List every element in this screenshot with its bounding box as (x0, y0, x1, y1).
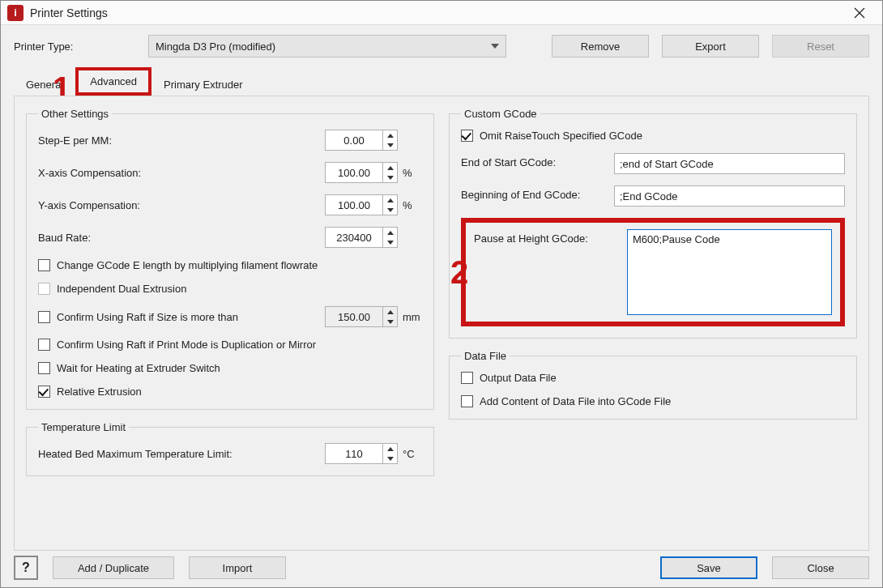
checkbox-change-gcode-e[interactable] (38, 259, 50, 271)
close-button[interactable]: Close (772, 556, 869, 579)
close-icon (854, 7, 865, 19)
tab-primary-extruder[interactable]: Primary Extruder (151, 73, 255, 96)
annotation-marker-2: 2 (450, 254, 468, 291)
checkbox-raft-dup[interactable] (38, 339, 50, 351)
pause-gcode-textarea[interactable]: M600;Pause Code (627, 229, 832, 315)
chevron-down-icon (491, 44, 499, 49)
relative-extrusion-label: Relative Extrusion (57, 386, 142, 398)
add-duplicate-button[interactable]: Add / Duplicate (53, 556, 174, 579)
bed-temp-unit: °C (398, 448, 422, 460)
xcomp-label: X-axis Compensation: (38, 167, 325, 179)
window-close-button[interactable] (843, 2, 876, 24)
baud-up[interactable] (383, 228, 397, 237)
other-settings-legend: Other Settings (38, 108, 112, 120)
window-title: Printer Settings (30, 6, 843, 19)
checkbox-dual-extrusion (38, 283, 50, 295)
pause-gcode-label: Pause at Height GCode: (474, 229, 616, 315)
printer-type-value: Mingda D3 Pro (modified) (156, 40, 275, 53)
bed-temp-input[interactable] (326, 444, 382, 463)
ycomp-input[interactable] (326, 195, 382, 215)
checkbox-add-content-data-file[interactable] (461, 395, 473, 407)
step-e-label: Step-E per MM: (38, 134, 325, 147)
app-icon: i (7, 5, 23, 21)
ycomp-down[interactable] (383, 205, 397, 215)
wait-heating-label: Wait for Heating at Extruder Switch (57, 362, 220, 374)
bed-temp-up[interactable] (383, 444, 397, 454)
baud-label: Baud Rate: (38, 232, 325, 244)
save-button[interactable]: Save (660, 556, 757, 579)
custom-gcode-legend: Custom GCode (461, 108, 540, 120)
bed-temp-field[interactable] (325, 443, 398, 464)
raft-size-field (325, 306, 398, 327)
pause-gcode-highlight: Pause at Height GCode: M600;Pause Code (461, 218, 845, 326)
checkbox-relative-extrusion[interactable] (38, 386, 50, 398)
checkbox-wait-heating[interactable] (38, 362, 50, 374)
help-button[interactable]: ? (14, 556, 38, 580)
ycomp-up[interactable] (383, 195, 397, 205)
raft-size-up (383, 307, 397, 317)
baud-field[interactable] (325, 227, 398, 248)
step-e-down[interactable] (383, 140, 397, 150)
raft-dup-label: Confirm Using Raft if Print Mode is Dupl… (57, 339, 316, 351)
temperature-limit-legend: Temperature Limit (38, 421, 129, 433)
ycomp-unit: % (398, 199, 422, 211)
ycomp-label: Y-axis Compensation: (38, 199, 325, 211)
checkbox-output-data-file[interactable] (461, 372, 473, 384)
bed-temp-label: Heated Bed Maximum Temperature Limit: (38, 448, 325, 460)
ycomp-field[interactable] (325, 194, 398, 215)
begin-end-gcode-input[interactable]: ;End GCode (614, 185, 845, 207)
dual-extrusion-label: Independent Dual Extrusion (57, 283, 186, 295)
xcomp-input[interactable] (326, 163, 382, 182)
reset-button: Reset (772, 35, 869, 58)
omit-raisetouch-label: Omit RaiseTouch Specified GCode (480, 130, 642, 142)
bed-temp-down[interactable] (383, 454, 397, 463)
raft-size-label: Confirm Using Raft if Size is more than (57, 311, 325, 323)
xcomp-unit: % (398, 167, 422, 179)
begin-end-gcode-label: Beginning of End GCode: (461, 185, 603, 207)
import-button[interactable]: Import (189, 556, 286, 579)
remove-button[interactable]: Remove (552, 35, 649, 58)
step-e-up[interactable] (383, 130, 397, 140)
end-start-gcode-label: End of Start GCode: (461, 153, 603, 174)
export-button[interactable]: Export (662, 35, 759, 58)
raft-size-unit: mm (398, 311, 422, 323)
xcomp-up[interactable] (383, 163, 397, 173)
printer-type-select[interactable]: Mingda D3 Pro (modified) (148, 35, 506, 58)
add-content-data-file-label: Add Content of Data File into GCode File (480, 395, 671, 407)
end-start-gcode-input[interactable]: ;end of Start GCode (614, 153, 845, 174)
raft-size-down (383, 317, 397, 326)
raft-size-input (326, 307, 382, 326)
baud-down[interactable] (383, 237, 397, 247)
xcomp-down[interactable] (383, 173, 397, 182)
change-gcode-e-label: Change GCode E length by multiplying fil… (57, 259, 318, 271)
tab-advanced[interactable]: Advanced (75, 67, 151, 96)
output-data-file-label: Output Data File (480, 372, 557, 384)
xcomp-field[interactable] (325, 162, 398, 183)
baud-input[interactable] (326, 228, 382, 247)
step-e-field[interactable] (325, 130, 398, 151)
checkbox-omit-raisetouch[interactable] (461, 130, 473, 142)
printer-type-label: Printer Type: (14, 40, 135, 53)
data-file-legend: Data File (461, 350, 510, 362)
checkbox-raft-size[interactable] (38, 311, 50, 323)
step-e-input[interactable] (326, 130, 382, 150)
